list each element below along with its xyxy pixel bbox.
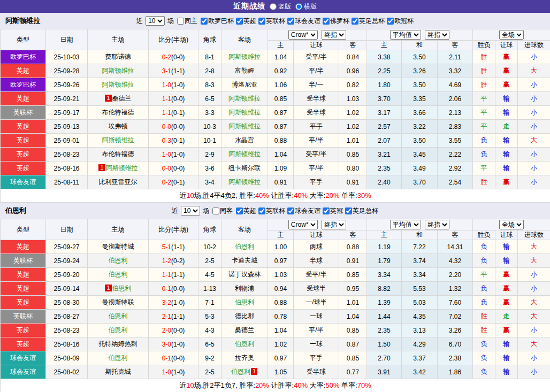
final-odds-select[interactable]: 终指 (322, 30, 346, 40)
league-filter-item[interactable]: 英足总杯 (345, 206, 378, 216)
away-team[interactable]: 伯恩利 (231, 368, 250, 375)
home-team[interactable]: 比利亚雷亚尔 (99, 178, 138, 186)
away-team[interactable]: 阿斯顿维拉 (228, 122, 261, 130)
league-checkbox[interactable] (323, 207, 330, 214)
home-team[interactable]: 伯恩利 (112, 285, 132, 292)
league-filter-item[interactable]: 英冠 (323, 206, 343, 216)
home-team[interactable]: 曼彻斯特联 (102, 298, 134, 306)
league-checkbox[interactable] (287, 207, 294, 214)
match-row: 英超25-08-30曼彻斯特联3-2(1-0)7-1伯恩利0.88一/球半1.0… (1, 296, 550, 310)
odds-home: 1.02 (268, 337, 294, 351)
away-team[interactable]: 水晶宫 (235, 136, 254, 144)
away-team[interactable]: 伯恩利 (235, 298, 254, 306)
avg-home: 3.38 (367, 50, 402, 64)
away-team[interactable]: 拉齐奥 (235, 354, 254, 362)
away-team[interactable]: 卡迪夫城 (232, 257, 257, 264)
home-team[interactable]: 斯托克城 (105, 368, 131, 375)
scope-select[interactable]: 全场 (499, 30, 524, 40)
away-team[interactable]: 阿斯顿维拉 (228, 109, 261, 116)
away-team[interactable]: 阿斯顿维拉 (228, 178, 261, 186)
home-team-cell: 1伯恩利 (88, 282, 149, 296)
league-filter-item[interactable]: 欧罗巴杯 (201, 17, 234, 26)
final-odds-select[interactable]: 终指 (322, 220, 346, 229)
bookmaker-select[interactable]: Crow* (288, 220, 318, 229)
bookmaker-select[interactable]: Crow* (288, 30, 318, 40)
league-filter-item[interactable]: 球会友谊 (287, 206, 320, 216)
league-checkbox[interactable] (258, 18, 265, 25)
away-team[interactable]: 伯恩利 (235, 340, 254, 348)
handicap-result: 走 (495, 120, 518, 134)
same-venue-toggle[interactable]: 同客 (212, 206, 233, 216)
home-team[interactable]: 阿斯顿维拉 (102, 81, 134, 88)
goals-result: 小 (518, 365, 550, 379)
scope-select[interactable]: 全场 (499, 220, 524, 229)
league-filter-item[interactable]: 英足总杯 (352, 17, 385, 26)
col-crow-handicap: 让球 (294, 41, 339, 50)
col-type: 类型 (1, 219, 46, 240)
recent-count-select[interactable]: 10 (181, 206, 200, 216)
home-team[interactable]: 伯恩利 (109, 312, 128, 320)
home-team[interactable]: 伯恩利 (109, 354, 128, 362)
home-team[interactable]: 阿斯顿维拉 (106, 164, 138, 172)
home-team[interactable]: 曼彻斯特城 (102, 243, 134, 250)
league-checkbox[interactable] (236, 207, 243, 214)
home-team[interactable]: 阿斯顿维拉 (102, 136, 134, 144)
league-filter-item[interactable]: 球会友谊 (287, 17, 320, 26)
away-team[interactable]: 博洛尼亚 (232, 81, 257, 88)
same-venue-toggle[interactable]: 同主 (177, 17, 197, 26)
vertical-radio[interactable] (270, 3, 277, 10)
league-checkbox[interactable] (352, 18, 358, 25)
league-badge: 英超 (1, 162, 46, 175)
summary-value: 10 (186, 381, 194, 389)
away-team[interactable]: 阿斯顿维拉 (228, 95, 261, 102)
avg-home: 1.79 (367, 254, 402, 268)
away-team[interactable]: 阿斯顿维拉 (228, 150, 261, 158)
home-team[interactable]: 布伦特福德 (102, 109, 134, 116)
match-date: 25-09-13 (46, 120, 88, 134)
home-team[interactable]: 伯恩利 (109, 257, 128, 264)
league-filter-item[interactable]: 欧冠杯 (387, 17, 414, 26)
league-checkbox[interactable] (323, 18, 330, 25)
halftime-score: (0-0) (171, 53, 185, 61)
league-filter-item[interactable]: 佛罗杯 (323, 17, 349, 26)
layout-option-horizontal[interactable]: 横版 (295, 2, 317, 11)
league-filter-item[interactable]: 英联杯 (258, 17, 285, 26)
home-team[interactable]: 阿斯顿维拉 (102, 67, 134, 74)
recent-count-select[interactable]: 10 (146, 16, 165, 26)
away-team[interactable]: 纽卡斯尔联 (228, 164, 261, 172)
league-checkbox[interactable] (258, 207, 265, 214)
final-odds-select-2[interactable]: 终指 (425, 220, 449, 229)
average-select[interactable]: 平均值 (390, 220, 421, 229)
same-venue-checkbox[interactable] (212, 207, 219, 214)
horizontal-radio[interactable] (295, 3, 302, 10)
goals-result: 大 (518, 296, 550, 310)
away-team[interactable]: 德比郡 (235, 312, 254, 320)
league-filter-item[interactable]: 英联杯 (258, 206, 285, 216)
home-team[interactable]: 伯恩利 (109, 326, 128, 334)
league-checkbox[interactable] (201, 18, 208, 25)
league-filter-item[interactable]: 英超 (236, 17, 256, 26)
home-team[interactable]: 埃弗顿 (109, 122, 128, 130)
away-team-cell: 阿斯顿维拉 (221, 175, 268, 189)
same-venue-checkbox[interactable] (177, 18, 184, 25)
away-team[interactable]: 诺丁汉森林 (228, 271, 261, 278)
halftime-score: (1-0) (171, 81, 185, 89)
layout-option-vertical[interactable]: 竖版 (270, 2, 291, 11)
average-select[interactable]: 平均值 (390, 30, 421, 40)
away-team[interactable]: 桑德兰 (235, 326, 254, 334)
league-checkbox[interactable] (345, 207, 352, 214)
league-checkbox[interactable] (387, 18, 394, 25)
home-team[interactable]: 桑德兰 (112, 95, 132, 102)
away-team[interactable]: 富勒姆 (235, 67, 254, 74)
league-checkbox[interactable] (287, 18, 294, 25)
away-team[interactable]: 伯恩利 (235, 243, 254, 250)
home-team[interactable]: 布伦特福德 (102, 150, 134, 158)
away-team[interactable]: 利物浦 (235, 285, 254, 292)
away-team[interactable]: 阿斯顿维拉 (228, 53, 261, 60)
home-team[interactable]: 费耶诺德 (105, 53, 131, 60)
league-filter-item[interactable]: 英超 (236, 206, 256, 216)
home-team[interactable]: 伯恩利 (109, 271, 128, 278)
league-checkbox[interactable] (236, 18, 243, 25)
home-team[interactable]: 托特纳姆热刺 (99, 340, 138, 348)
final-odds-select-2[interactable]: 终指 (425, 30, 449, 40)
